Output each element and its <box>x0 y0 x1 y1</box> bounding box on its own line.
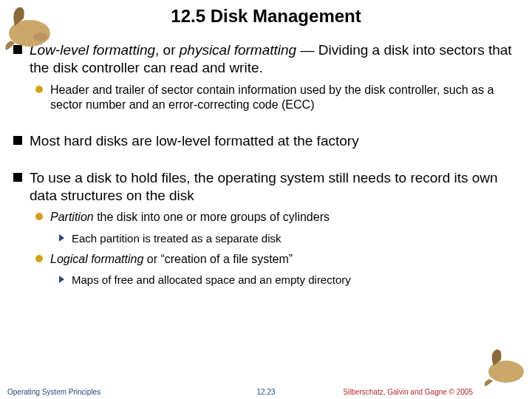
bullet-level1: Most hard disks are low-level formatted … <box>13 132 519 150</box>
bullet-text: Logical formatting or “creation of a fil… <box>50 252 293 267</box>
bullet-text: Low-level formatting, or physical format… <box>30 41 519 77</box>
slide-content: Low-level formatting, or physical format… <box>0 41 532 287</box>
slide-footer: Operating System Principles 12.23 Silber… <box>0 388 532 396</box>
bullet-text: Partition the disk into one or more grou… <box>50 210 330 225</box>
bullet-text: Each partition is treated as a separate … <box>72 231 282 246</box>
bullet-level3: Maps of free and allocated space and an … <box>59 273 519 287</box>
dinosaur-image-bottom <box>480 344 532 388</box>
triangle-bullet-icon <box>59 276 64 283</box>
circle-bullet-icon <box>35 213 43 220</box>
dinosaur-image-top <box>0 0 59 52</box>
bullet-level1: Low-level formatting, or physical format… <box>13 41 519 77</box>
bullet-text: Header and trailer of sector contain inf… <box>50 83 519 114</box>
circle-bullet-icon <box>35 255 43 262</box>
bullet-text: To use a disk to hold files, the operati… <box>30 169 519 205</box>
bullet-level3: Each partition is treated as a separate … <box>59 231 519 246</box>
square-bullet-icon <box>13 173 22 182</box>
circle-bullet-icon <box>35 86 43 93</box>
triangle-bullet-icon <box>59 234 64 242</box>
square-bullet-icon <box>13 136 22 145</box>
footer-left-text: Operating System Principles <box>7 388 100 396</box>
bullet-level2: Partition the disk into one or more grou… <box>35 210 519 225</box>
bullet-text: Most hard disks are low-level formatted … <box>30 132 359 150</box>
slide-title: 12.5 Disk Management <box>0 6 532 27</box>
bullet-text: Maps of free and allocated space and an … <box>72 273 351 287</box>
footer-page-number: 12.23 <box>256 388 275 396</box>
bullet-level2: Logical formatting or “creation of a fil… <box>35 252 519 267</box>
bullet-level2: Header and trailer of sector contain inf… <box>35 83 519 114</box>
bullet-level1: To use a disk to hold files, the operati… <box>13 169 519 205</box>
footer-copyright: Silberschatz, Galvin and Gagne © 2005 <box>343 388 473 396</box>
svg-point-1 <box>33 33 48 41</box>
